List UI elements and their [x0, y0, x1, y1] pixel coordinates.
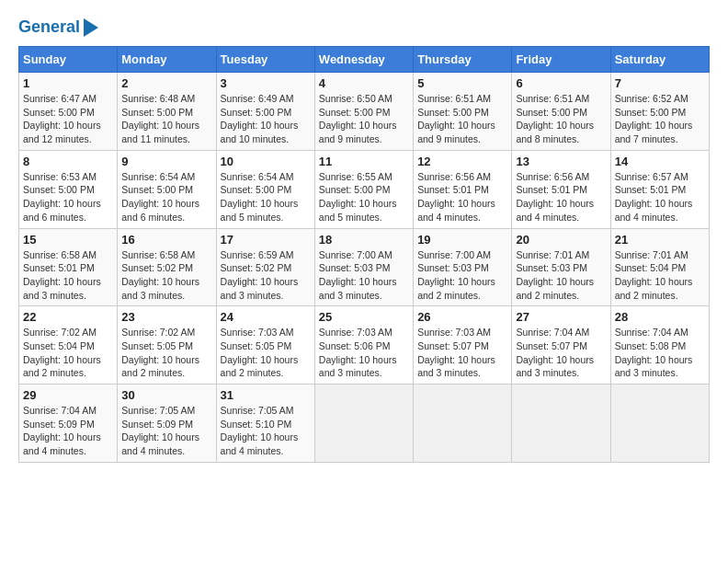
day-info: Sunrise: 6:59 AM Sunset: 5:02 PM Dayligh… — [221, 248, 311, 303]
calendar-cell: 30Sunrise: 7:05 AM Sunset: 5:09 PM Dayli… — [118, 385, 216, 463]
day-info: Sunrise: 6:54 AM Sunset: 5:00 PM Dayligh… — [121, 170, 211, 224]
calendar-cell — [414, 385, 512, 463]
day-number: 24 — [221, 310, 311, 324]
day-info: Sunrise: 6:56 AM Sunset: 5:01 PM Dayligh… — [516, 170, 606, 224]
header-day-saturday: Saturday — [610, 47, 709, 73]
day-number: 26 — [417, 310, 507, 324]
calendar-cell: 20Sunrise: 7:01 AM Sunset: 5:03 PM Dayli… — [512, 228, 610, 306]
calendar-cell — [512, 385, 610, 463]
calendar-cell: 15Sunrise: 6:58 AM Sunset: 5:01 PM Dayli… — [19, 228, 118, 306]
day-number: 27 — [516, 310, 606, 324]
calendar-cell: 11Sunrise: 6:55 AM Sunset: 5:00 PM Dayli… — [314, 150, 413, 228]
calendar-header: SundayMondayTuesdayWednesdayThursdayFrid… — [19, 47, 710, 73]
calendar-cell: 22Sunrise: 7:02 AM Sunset: 5:04 PM Dayli… — [19, 306, 118, 385]
day-number: 1 — [23, 76, 113, 90]
day-info: Sunrise: 7:03 AM Sunset: 5:06 PM Dayligh… — [319, 326, 409, 380]
calendar-cell — [610, 385, 709, 463]
day-number: 6 — [516, 76, 606, 90]
calendar-cell: 14Sunrise: 6:57 AM Sunset: 5:01 PM Dayli… — [610, 150, 709, 228]
day-number: 19 — [417, 233, 507, 247]
calendar-cell: 9Sunrise: 6:54 AM Sunset: 5:00 PM Daylig… — [118, 150, 216, 228]
day-info: Sunrise: 6:56 AM Sunset: 5:01 PM Dayligh… — [417, 170, 507, 224]
day-info: Sunrise: 6:47 AM Sunset: 5:00 PM Dayligh… — [23, 92, 113, 146]
day-info: Sunrise: 7:02 AM Sunset: 5:05 PM Dayligh… — [121, 326, 211, 380]
day-number: 31 — [221, 388, 311, 402]
day-info: Sunrise: 7:01 AM Sunset: 5:03 PM Dayligh… — [516, 248, 606, 303]
calendar-cell: 5Sunrise: 6:51 AM Sunset: 5:00 PM Daylig… — [414, 73, 512, 151]
day-number: 9 — [121, 155, 211, 168]
day-number: 7 — [615, 76, 705, 90]
header-day-wednesday: Wednesday — [314, 47, 413, 73]
calendar-cell: 27Sunrise: 7:04 AM Sunset: 5:07 PM Dayli… — [512, 306, 610, 385]
calendar-cell: 18Sunrise: 7:00 AM Sunset: 5:03 PM Dayli… — [314, 228, 413, 306]
header: General — [18, 18, 710, 37]
header-row: SundayMondayTuesdayWednesdayThursdayFrid… — [19, 47, 710, 73]
calendar-cell — [314, 385, 413, 463]
calendar-cell: 26Sunrise: 7:03 AM Sunset: 5:07 PM Dayli… — [414, 306, 512, 385]
day-number: 23 — [121, 310, 211, 324]
calendar-table: SundayMondayTuesdayWednesdayThursdayFrid… — [18, 46, 710, 463]
day-number: 10 — [221, 155, 311, 168]
logo: General — [18, 18, 98, 37]
day-info: Sunrise: 6:53 AM Sunset: 5:00 PM Dayligh… — [23, 170, 113, 224]
day-info: Sunrise: 7:00 AM Sunset: 5:03 PM Dayligh… — [417, 248, 507, 303]
day-number: 30 — [121, 388, 211, 402]
calendar-cell: 4Sunrise: 6:50 AM Sunset: 5:00 PM Daylig… — [314, 73, 413, 151]
calendar-cell: 1Sunrise: 6:47 AM Sunset: 5:00 PM Daylig… — [19, 73, 118, 151]
calendar-cell: 3Sunrise: 6:49 AM Sunset: 5:00 PM Daylig… — [216, 73, 314, 151]
header-day-friday: Friday — [512, 47, 610, 73]
header-day-tuesday: Tuesday — [216, 47, 314, 73]
day-info: Sunrise: 6:58 AM Sunset: 5:01 PM Dayligh… — [23, 248, 113, 303]
day-info: Sunrise: 7:05 AM Sunset: 5:09 PM Dayligh… — [121, 404, 211, 458]
calendar-cell: 10Sunrise: 6:54 AM Sunset: 5:00 PM Dayli… — [216, 150, 314, 228]
day-number: 22 — [23, 310, 113, 324]
day-info: Sunrise: 7:05 AM Sunset: 5:10 PM Dayligh… — [221, 404, 311, 458]
day-number: 5 — [417, 76, 507, 90]
day-info: Sunrise: 7:04 AM Sunset: 5:08 PM Dayligh… — [615, 326, 705, 380]
day-number: 15 — [23, 233, 113, 247]
day-info: Sunrise: 6:55 AM Sunset: 5:00 PM Dayligh… — [319, 170, 409, 224]
day-number: 4 — [319, 76, 409, 90]
calendar-cell: 16Sunrise: 6:58 AM Sunset: 5:02 PM Dayli… — [118, 228, 216, 306]
calendar-week-3: 15Sunrise: 6:58 AM Sunset: 5:01 PM Dayli… — [19, 228, 710, 306]
day-info: Sunrise: 6:50 AM Sunset: 5:00 PM Dayligh… — [319, 92, 409, 146]
calendar-cell: 29Sunrise: 7:04 AM Sunset: 5:09 PM Dayli… — [19, 385, 118, 463]
calendar-week-1: 1Sunrise: 6:47 AM Sunset: 5:00 PM Daylig… — [19, 73, 710, 151]
calendar-body: 1Sunrise: 6:47 AM Sunset: 5:00 PM Daylig… — [19, 73, 710, 463]
day-number: 12 — [417, 155, 507, 168]
calendar-cell: 7Sunrise: 6:52 AM Sunset: 5:00 PM Daylig… — [610, 73, 709, 151]
day-info: Sunrise: 7:04 AM Sunset: 5:09 PM Dayligh… — [23, 404, 113, 458]
day-info: Sunrise: 7:03 AM Sunset: 5:05 PM Dayligh… — [221, 326, 311, 380]
calendar-cell: 23Sunrise: 7:02 AM Sunset: 5:05 PM Dayli… — [118, 306, 216, 385]
calendar-week-2: 8Sunrise: 6:53 AM Sunset: 5:00 PM Daylig… — [19, 150, 710, 228]
calendar-cell: 2Sunrise: 6:48 AM Sunset: 5:00 PM Daylig… — [118, 73, 216, 151]
day-number: 29 — [23, 388, 113, 402]
calendar-cell: 28Sunrise: 7:04 AM Sunset: 5:08 PM Dayli… — [610, 306, 709, 385]
calendar-cell: 13Sunrise: 6:56 AM Sunset: 5:01 PM Dayli… — [512, 150, 610, 228]
header-day-thursday: Thursday — [414, 47, 512, 73]
day-info: Sunrise: 7:00 AM Sunset: 5:03 PM Dayligh… — [319, 248, 409, 303]
day-number: 8 — [23, 155, 113, 168]
day-info: Sunrise: 6:51 AM Sunset: 5:00 PM Dayligh… — [516, 92, 606, 146]
day-info: Sunrise: 6:57 AM Sunset: 5:01 PM Dayligh… — [615, 170, 705, 224]
day-info: Sunrise: 7:02 AM Sunset: 5:04 PM Dayligh… — [23, 326, 113, 380]
header-day-sunday: Sunday — [19, 47, 118, 73]
day-info: Sunrise: 6:52 AM Sunset: 5:00 PM Dayligh… — [615, 92, 705, 146]
day-info: Sunrise: 7:01 AM Sunset: 5:04 PM Dayligh… — [615, 248, 705, 303]
day-number: 11 — [319, 155, 409, 168]
day-number: 28 — [615, 310, 705, 324]
calendar-cell: 8Sunrise: 6:53 AM Sunset: 5:00 PM Daylig… — [19, 150, 118, 228]
day-info: Sunrise: 7:03 AM Sunset: 5:07 PM Dayligh… — [417, 326, 507, 380]
calendar-cell: 31Sunrise: 7:05 AM Sunset: 5:10 PM Dayli… — [216, 385, 314, 463]
calendar-cell: 6Sunrise: 6:51 AM Sunset: 5:00 PM Daylig… — [512, 73, 610, 151]
day-number: 3 — [221, 76, 311, 90]
day-number: 18 — [319, 233, 409, 247]
day-number: 25 — [319, 310, 409, 324]
calendar-cell: 17Sunrise: 6:59 AM Sunset: 5:02 PM Dayli… — [216, 228, 314, 306]
calendar-cell: 19Sunrise: 7:00 AM Sunset: 5:03 PM Dayli… — [414, 228, 512, 306]
day-number: 21 — [615, 233, 705, 247]
day-number: 16 — [121, 233, 211, 247]
day-info: Sunrise: 6:58 AM Sunset: 5:02 PM Dayligh… — [121, 248, 211, 303]
day-info: Sunrise: 6:49 AM Sunset: 5:00 PM Dayligh… — [221, 92, 311, 146]
logo-arrow-icon — [84, 18, 98, 37]
